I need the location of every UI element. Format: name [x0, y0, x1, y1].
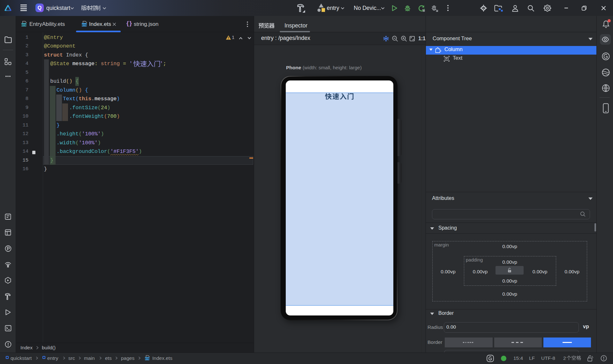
svg-text:ETS: ETS	[145, 358, 149, 360]
svg-text:ETS: ETS	[21, 24, 26, 27]
svg-text:ETS: ETS	[82, 24, 87, 27]
